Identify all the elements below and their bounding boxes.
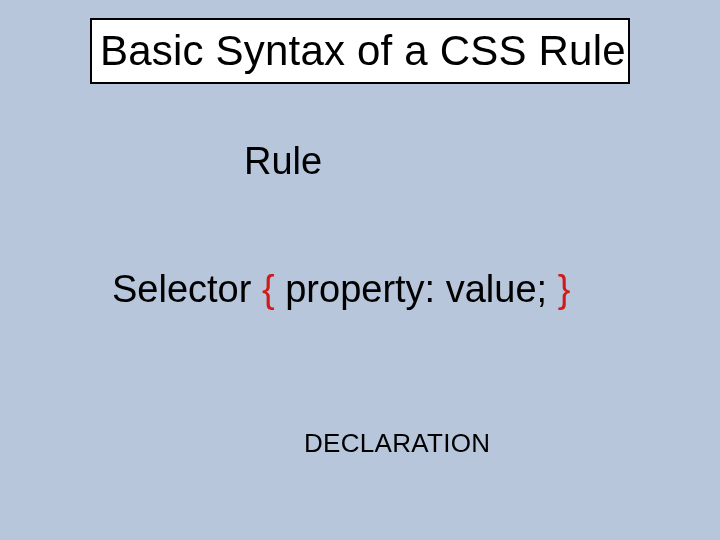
syntax-open-brace: {: [262, 268, 285, 310]
syntax-selector: Selector: [112, 268, 262, 310]
declaration-label: DECLARATION: [304, 428, 490, 459]
rule-label: Rule: [244, 140, 322, 183]
syntax-close-brace: }: [558, 268, 571, 310]
title-box: Basic Syntax of a CSS Rule: [90, 18, 630, 84]
syntax-line: Selector { property: value; }: [112, 268, 570, 311]
syntax-body: property: value;: [285, 268, 557, 310]
page-title: Basic Syntax of a CSS Rule: [100, 27, 626, 75]
